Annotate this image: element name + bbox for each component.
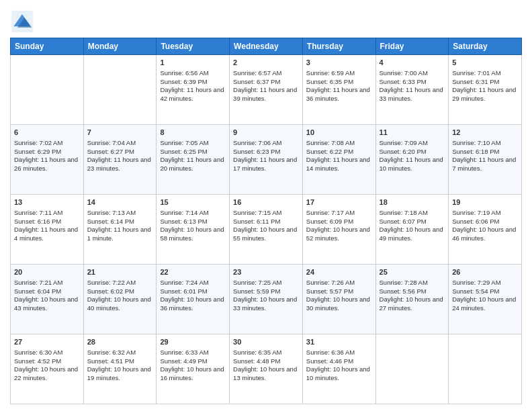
day-info-line: Sunrise: 7:17 AM — [306, 209, 372, 218]
cell-content: 26Sunrise: 7:29 AMSunset: 5:54 PMDayligh… — [452, 267, 518, 313]
day-info-line: Daylight: 11 hours and 33 minutes. — [380, 86, 445, 103]
cell-content: 5Sunrise: 7:01 AMSunset: 6:31 PMDaylight… — [452, 58, 518, 103]
calendar-week-4: 20Sunrise: 7:21 AMSunset: 6:04 PMDayligh… — [11, 265, 522, 334]
day-info-line: Sunset: 6:13 PM — [160, 218, 226, 226]
day-info-line: Sunrise: 7:25 AM — [233, 279, 299, 287]
col-header-monday: Monday — [83, 38, 157, 55]
day-info-line: Sunset: 6:20 PM — [380, 148, 445, 156]
cell-content: 14Sunrise: 7:13 AMSunset: 6:14 PMDayligh… — [87, 197, 153, 243]
col-header-thursday: Thursday — [302, 38, 375, 55]
day-info-line: Sunset: 6:11 PM — [233, 218, 299, 226]
day-info-line: Daylight: 10 hours and 22 minutes. — [14, 365, 80, 383]
day-info-line: Sunrise: 6:57 AM — [233, 69, 299, 78]
day-number: 20 — [14, 267, 80, 277]
calendar-cell: 26Sunrise: 7:29 AMSunset: 5:54 PMDayligh… — [449, 265, 522, 334]
day-info-line: Sunset: 6:23 PM — [233, 148, 299, 156]
day-info-line: Sunset: 6:07 PM — [380, 218, 445, 226]
day-info-line: Sunrise: 7:08 AM — [306, 139, 372, 148]
col-header-friday: Friday — [375, 38, 449, 55]
calendar-cell: 3Sunrise: 6:59 AMSunset: 6:35 PMDaylight… — [302, 55, 375, 125]
cell-content: 28Sunrise: 6:32 AMSunset: 4:51 PMDayligh… — [87, 337, 153, 383]
calendar-cell: 24Sunrise: 7:26 AMSunset: 5:57 PMDayligh… — [302, 265, 375, 334]
calendar-cell: 27Sunrise: 6:30 AMSunset: 4:52 PMDayligh… — [11, 334, 84, 404]
day-info-line: Sunset: 4:46 PM — [306, 357, 372, 366]
day-info-line: Daylight: 10 hours and 36 minutes. — [160, 295, 226, 313]
day-number: 21 — [87, 267, 153, 277]
day-info-line: Sunrise: 7:26 AM — [306, 279, 372, 287]
calendar-cell: 11Sunrise: 7:09 AMSunset: 6:20 PMDayligh… — [375, 125, 449, 195]
cell-content: 13Sunrise: 7:11 AMSunset: 6:16 PMDayligh… — [14, 197, 80, 243]
calendar-header: SundayMondayTuesdayWednesdayThursdayFrid… — [11, 38, 522, 55]
day-info-line: Sunrise: 7:15 AM — [233, 209, 299, 218]
day-number: 22 — [160, 267, 226, 277]
day-number: 24 — [306, 267, 372, 277]
day-info-line: Sunrise: 7:24 AM — [160, 279, 226, 287]
day-info-line: Sunrise: 7:18 AM — [380, 209, 445, 218]
calendar-cell: 5Sunrise: 7:01 AMSunset: 6:31 PMDaylight… — [449, 55, 522, 125]
day-info-line: Daylight: 11 hours and 7 minutes. — [452, 156, 518, 173]
day-info-line: Daylight: 11 hours and 10 minutes. — [380, 156, 445, 173]
day-info-line: Daylight: 11 hours and 4 minutes. — [14, 226, 80, 243]
day-info-line: Daylight: 11 hours and 1 minute. — [87, 226, 153, 243]
cell-content: 11Sunrise: 7:09 AMSunset: 6:20 PMDayligh… — [380, 128, 445, 173]
day-info-line: Daylight: 11 hours and 26 minutes. — [14, 156, 80, 173]
day-info-line: Sunset: 6:29 PM — [14, 148, 80, 156]
day-number: 25 — [380, 267, 445, 277]
calendar-cell: 28Sunrise: 6:32 AMSunset: 4:51 PMDayligh… — [83, 334, 157, 404]
cell-content: 9Sunrise: 7:06 AMSunset: 6:23 PMDaylight… — [233, 128, 299, 173]
cell-content: 21Sunrise: 7:22 AMSunset: 6:02 PMDayligh… — [87, 267, 153, 313]
day-info-line: Daylight: 11 hours and 17 minutes. — [233, 156, 299, 173]
calendar-cell: 2Sunrise: 6:57 AMSunset: 6:37 PMDaylight… — [230, 55, 303, 125]
day-number: 6 — [14, 128, 80, 138]
day-number: 12 — [452, 128, 518, 138]
day-info-line: Sunrise: 6:36 AM — [306, 349, 372, 357]
calendar-cell: 31Sunrise: 6:36 AMSunset: 4:46 PMDayligh… — [302, 334, 375, 404]
calendar-cell: 14Sunrise: 7:13 AMSunset: 6:14 PMDayligh… — [83, 195, 157, 265]
cell-content: 17Sunrise: 7:17 AMSunset: 6:09 PMDayligh… — [306, 197, 372, 243]
calendar-body: 1Sunrise: 6:56 AMSunset: 6:39 PMDaylight… — [11, 55, 522, 404]
calendar-cell: 8Sunrise: 7:05 AMSunset: 6:25 PMDaylight… — [157, 125, 230, 195]
calendar-cell: 15Sunrise: 7:14 AMSunset: 6:13 PMDayligh… — [157, 195, 230, 265]
day-info-line: Sunset: 4:49 PM — [160, 357, 226, 366]
logo — [10, 9, 37, 34]
day-number: 27 — [14, 337, 80, 347]
calendar-week-1: 1Sunrise: 6:56 AMSunset: 6:39 PMDaylight… — [11, 55, 522, 125]
calendar-table: SundayMondayTuesdayWednesdayThursdayFrid… — [10, 38, 522, 404]
cell-content: 30Sunrise: 6:35 AMSunset: 4:48 PMDayligh… — [233, 337, 299, 383]
day-info-line: Daylight: 10 hours and 16 minutes. — [160, 365, 226, 383]
calendar-cell: 6Sunrise: 7:02 AMSunset: 6:29 PMDaylight… — [11, 125, 84, 195]
day-info-line: Sunset: 6:16 PM — [14, 218, 80, 226]
calendar-cell: 9Sunrise: 7:06 AMSunset: 6:23 PMDaylight… — [230, 125, 303, 195]
day-info-line: Sunset: 6:35 PM — [306, 78, 372, 87]
day-info-line: Sunrise: 7:14 AM — [160, 209, 226, 218]
day-number: 2 — [233, 58, 299, 68]
day-info-line: Sunrise: 7:21 AM — [14, 279, 80, 287]
cell-content: 8Sunrise: 7:05 AMSunset: 6:25 PMDaylight… — [160, 128, 226, 173]
calendar-cell — [449, 334, 522, 404]
day-info-line: Sunrise: 6:59 AM — [306, 69, 372, 78]
day-info-line: Sunrise: 6:33 AM — [160, 349, 226, 357]
day-number: 3 — [306, 58, 372, 68]
day-number: 5 — [452, 58, 518, 68]
day-info-line: Sunrise: 7:06 AM — [233, 139, 299, 148]
day-number: 23 — [233, 267, 299, 277]
day-info-line: Sunset: 4:52 PM — [14, 357, 80, 366]
day-info-line: Sunrise: 7:02 AM — [14, 139, 80, 148]
day-number: 31 — [306, 337, 372, 347]
day-info-line: Sunrise: 6:35 AM — [233, 349, 299, 357]
day-info-line: Sunrise: 7:04 AM — [87, 139, 153, 148]
calendar-cell — [83, 55, 157, 125]
day-info-line: Sunset: 6:04 PM — [14, 287, 80, 296]
calendar-cell: 13Sunrise: 7:11 AMSunset: 6:16 PMDayligh… — [11, 195, 84, 265]
day-info-line: Sunset: 6:27 PM — [87, 148, 153, 156]
calendar-cell: 23Sunrise: 7:25 AMSunset: 5:59 PMDayligh… — [230, 265, 303, 334]
day-info-line: Daylight: 11 hours and 14 minutes. — [306, 156, 372, 173]
day-info-line: Sunrise: 7:11 AM — [14, 209, 80, 218]
day-info-line: Sunset: 6:33 PM — [380, 78, 445, 87]
day-info-line: Daylight: 10 hours and 55 minutes. — [233, 226, 299, 243]
day-number: 13 — [14, 197, 80, 208]
cell-content: 15Sunrise: 7:14 AMSunset: 6:13 PMDayligh… — [160, 197, 226, 243]
calendar-cell: 4Sunrise: 7:00 AMSunset: 6:33 PMDaylight… — [375, 55, 449, 125]
cell-content: 22Sunrise: 7:24 AMSunset: 6:01 PMDayligh… — [160, 267, 226, 313]
day-info-line: Daylight: 10 hours and 49 minutes. — [380, 226, 445, 243]
